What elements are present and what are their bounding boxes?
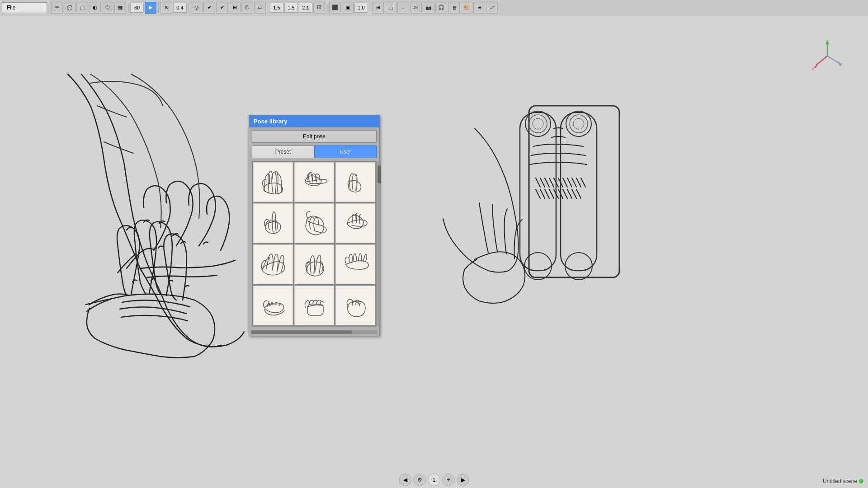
page-number: 1 [428,474,440,486]
pose-cell-4[interactable] [253,203,293,243]
pose-cell-12[interactable] [335,286,375,325]
cube-tool[interactable]: ⬛ [329,2,341,14]
play-button[interactable]: ▶ [145,2,156,14]
svg-rect-0 [0,15,868,488]
draw-tool-1[interactable]: ✏ [51,2,63,14]
pose-cell-2[interactable] [294,162,334,202]
canvas-area[interactable]: Y X Z Pose library Edit pose Preset User [0,15,868,488]
toolbar-separator-6 [327,2,327,13]
palette-tool[interactable]: 🎨 [461,2,472,14]
prev-page-button[interactable]: ◀ [399,474,411,486]
toolbar-separator-1 [49,2,49,13]
camera-tool[interactable]: 📷 [423,2,434,14]
toolbar-separator-2 [128,2,128,13]
pose-cell-7[interactable] [253,244,293,284]
circle-tool[interactable]: ⊙ [160,2,172,14]
draw-tool-4[interactable]: ◐ [89,2,101,14]
toolbar-fps[interactable]: 60 [130,3,144,13]
layer-tool[interactable]: ≡ [397,2,409,14]
pose-scrollbar-horizontal-thumb[interactable] [251,330,352,334]
frame-tool-2[interactable]: ⬚ [385,2,396,14]
pose-scrollbar[interactable] [377,161,381,327]
check-box[interactable]: ☑ [313,2,325,14]
pose-cell-11[interactable] [294,286,334,325]
pose-cell-9[interactable] [335,244,375,284]
grid-tool[interactable]: ⊞ [229,2,241,14]
svg-line-14 [816,56,827,65]
headphone-tool[interactable]: 🎧 [435,2,447,14]
pose-cell-3[interactable] [335,162,375,202]
toolbar-val6[interactable]: 1.0 [354,3,368,13]
pose-grid [252,161,377,327]
grid-tool-2[interactable]: ⊞ [372,2,384,14]
layers-tool[interactable]: ⊟ [473,2,485,14]
toolbar-val4[interactable]: 1.5 [284,3,298,13]
scene-status-dot [859,479,863,483]
frame-tool[interactable]: ▣ [342,2,354,14]
draw-tool-2[interactable]: ◯ [64,2,75,14]
pose-cell-6[interactable] [335,203,375,243]
draw-tool-3[interactable]: ⬚ [76,2,88,14]
pose-scrollbar-thumb[interactable] [377,165,381,183]
next-page-button[interactable]: ▶ [457,474,469,486]
scene-name: Untitled scene [823,478,857,484]
svg-text:X: X [812,67,815,71]
sketch-svg [0,15,868,488]
tab-preset[interactable]: Preset [252,145,314,158]
add-page-button[interactable]: + [442,474,455,486]
pose-library-body: Edit pose Preset User [249,127,379,329]
pose-tabs: Preset User [252,145,377,158]
pose-cell-5[interactable] [294,203,334,243]
toolbar: File ✏ ◯ ⬚ ◐ ⬡ ▦ 60 ▶ ⊙ 0.4 ◎ ✔ ✔ ⊞ ⬡ ▭ … [0,0,868,15]
bottom-navigation-bar: ◀ ⚙ 1 + ▶ [0,472,868,488]
svg-text:Y: Y [826,39,828,43]
toolbar-separator-3 [158,2,159,13]
check-tool-1[interactable]: ✔ [203,2,215,14]
toolbar-val2[interactable]: 0.4 [173,3,187,13]
toolbar-separator-7 [370,2,370,13]
monitor-tool[interactable]: 🖥 [448,2,460,14]
tab-user[interactable]: User [314,145,377,158]
axis-indicator: Y X Z [809,38,845,74]
toolbar-val3[interactable]: 1.5 [270,3,283,13]
edit-pose-button[interactable]: Edit pose [252,130,377,143]
scene-label: Untitled scene [823,478,863,484]
svg-text:Z: Z [840,62,843,67]
settings-button[interactable]: ⚙ [413,474,426,486]
pose-cell-8[interactable] [294,244,334,284]
spiral-tool[interactable]: ◎ [191,2,203,14]
toolbar-separator-4 [189,2,189,13]
num-tool[interactable]: 2× [410,2,422,14]
pose-cell-10[interactable] [253,286,293,325]
resize-tool[interactable]: ⤢ [486,2,498,14]
pose-cell-1[interactable] [253,162,293,202]
pose-library-dialog: Pose library Edit pose Preset User [249,115,380,336]
file-menu[interactable]: File [2,2,47,13]
pose-grid-wrap [252,161,377,327]
check-tool-2[interactable]: ✔ [216,2,228,14]
draw-tool-5[interactable]: ⬡ [102,2,113,14]
toolbar-separator-5 [268,2,268,13]
svg-line-16 [827,56,839,63]
draw-tool-6[interactable]: ▦ [114,2,126,14]
toolbar-val5[interactable]: 2.1 [299,3,312,13]
hex-tool[interactable]: ⬡ [241,2,253,14]
pose-library-titlebar[interactable]: Pose library [249,115,379,127]
rect-tool[interactable]: ▭ [254,2,266,14]
pose-scrollbar-horizontal[interactable] [251,330,377,334]
